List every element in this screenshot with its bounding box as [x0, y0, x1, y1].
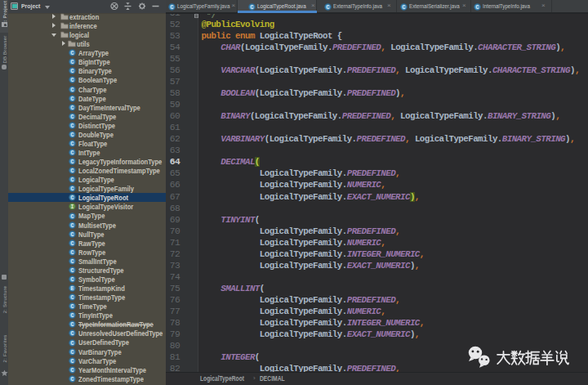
svg-text:C: C [70, 150, 74, 156]
svg-text:C: C [70, 349, 74, 355]
svg-text:C: C [70, 322, 74, 328]
svg-text:C: C [403, 4, 406, 10]
svg-text:C: C [70, 123, 74, 129]
svg-text:C: C [70, 268, 74, 274]
svg-text:C: C [70, 51, 74, 56]
svg-text:C: C [70, 277, 74, 283]
svg-text:C: C [70, 69, 74, 74]
svg-text:C: C [70, 358, 74, 364]
svg-text:C: C [70, 141, 74, 147]
svg-text:C: C [70, 177, 74, 183]
svg-text:I: I [70, 204, 74, 210]
svg-text:C: C [70, 304, 74, 310]
svg-text:C: C [476, 4, 479, 10]
svg-text:C: C [70, 132, 74, 138]
svg-text:C: C [70, 213, 74, 219]
svg-text:C: C [70, 250, 74, 256]
svg-text:C: C [70, 78, 74, 83]
svg-text:C: C [70, 259, 74, 265]
svg-text:C: C [70, 96, 74, 101]
svg-text:C: C [70, 295, 74, 301]
svg-text:C: C [70, 186, 74, 192]
svg-text:E: E [70, 286, 74, 292]
svg-text:C: C [70, 60, 74, 65]
svg-text:C: C [70, 368, 74, 374]
svg-text:C: C [70, 340, 74, 346]
svg-text:C: C [70, 331, 74, 337]
svg-text:C: C [70, 114, 74, 120]
svg-text:C: C [70, 195, 74, 201]
svg-text:C: C [250, 4, 253, 10]
svg-text:C: C [70, 241, 74, 247]
svg-text:C: C [70, 105, 74, 110]
svg-text:C: C [70, 231, 74, 237]
svg-text:C: C [70, 87, 74, 92]
svg-text:C: C [70, 222, 74, 228]
svg-text:C: C [326, 4, 329, 10]
svg-text:C: C [70, 377, 74, 383]
svg-text:C: C [70, 313, 74, 319]
svg-text:C: C [70, 159, 74, 165]
svg-text:C: C [170, 4, 173, 10]
svg-text:C: C [70, 168, 74, 174]
